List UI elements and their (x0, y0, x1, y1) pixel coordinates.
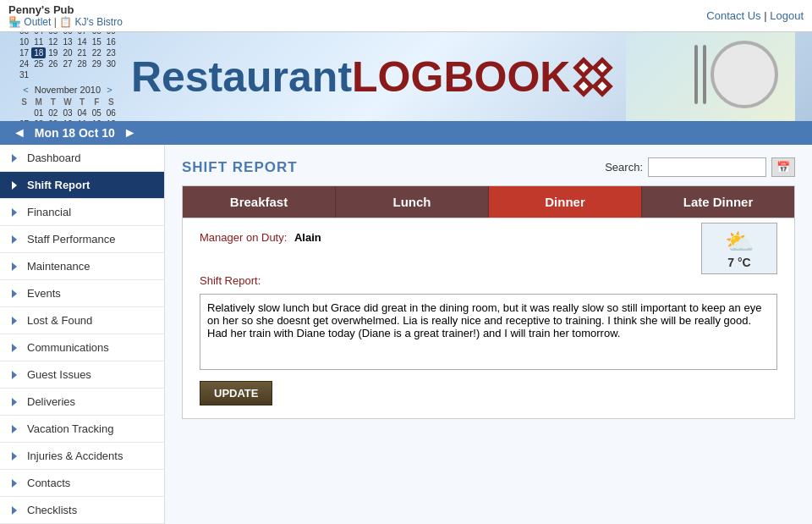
sidebar-label-maintenance: Maintenance (27, 260, 90, 273)
october-table: S M T W T F S 0102 03040506070809 101112… (17, 32, 118, 80)
date-next-btn[interactable]: ► (123, 125, 137, 141)
sidebar-arrow-injuries (12, 452, 20, 461)
weather-widget: ⛅ 7 °C (701, 223, 777, 274)
search-input[interactable] (648, 157, 766, 177)
header: < October 2010 > S M T W T F S 0102 0304… (0, 32, 812, 121)
weather-icon: ⛅ (706, 228, 772, 256)
report-textarea[interactable]: Relatively slow lunch but Grace did grea… (200, 294, 777, 370)
report-body: ⛅ 7 °C Manager on Duty: Alain Shift Repo… (183, 218, 794, 418)
logo-restaurant: Restaurant (131, 52, 352, 102)
tab-dinner[interactable]: Dinner (489, 186, 642, 218)
calendar-area: < October 2010 > S M T W T F S 0102 0304… (17, 32, 118, 121)
search-area: Search: 📅 (605, 157, 795, 177)
diamond-2 (592, 57, 613, 78)
tab-late-dinner-label: Late Dinner (683, 195, 754, 209)
top-bar-left: Penny's Pub 🏪 Outlet | 📋 KJ's Bistro (8, 3, 123, 28)
sidebar-arrow-maintenance (12, 262, 20, 271)
calendar-icon: 📅 (776, 161, 790, 174)
sidebar-item-contacts[interactable]: Contacts (0, 470, 164, 497)
report-title: SHIFT REPORT (182, 159, 298, 176)
october-calendar: < October 2010 > S M T W T F S 0102 0304… (17, 32, 118, 80)
sidebar-item-maintenance[interactable]: Maintenance (0, 253, 164, 280)
logout-link[interactable]: Logout (770, 9, 804, 22)
sidebar-arrow-vacation (12, 425, 20, 433)
tab-late-dinner[interactable]: Late Dinner (642, 186, 794, 218)
manager-name: Alain (294, 231, 321, 244)
site-name: Penny's Pub (8, 3, 123, 16)
sidebar-arrow-checklists (12, 506, 20, 515)
contact-us-link[interactable]: Contact Us (706, 9, 760, 22)
kj-icon: 📋 (59, 16, 72, 28)
tab-lunch[interactable]: Lunch (336, 186, 489, 218)
sidebar-arrow-dashboard (12, 154, 20, 163)
tab-breakfast[interactable]: Breakfast (183, 186, 336, 218)
report-header: SHIFT REPORT Search: 📅 (182, 157, 795, 177)
update-button[interactable]: UPDATE (200, 381, 272, 405)
sidebar-label-checklists: Checklists (27, 504, 77, 516)
november-calendar: < November 2010 > SMTWTFS 010203040506 0… (17, 85, 118, 122)
manager-label: Manager on Duty: (200, 231, 287, 244)
sidebar-item-lost-found[interactable]: Lost & Found (0, 307, 164, 334)
sidebar-item-checklists[interactable]: Checklists (0, 497, 164, 524)
logo-area: Restaurant LOGBOOK (131, 52, 626, 102)
shift-report-label: Shift Report: (200, 274, 777, 287)
content-area: SHIFT REPORT Search: 📅 Breakfast Lunch (165, 145, 812, 524)
kj-link[interactable]: KJ's Bistro (75, 16, 123, 28)
top-bar: Penny's Pub 🏪 Outlet | 📋 KJ's Bistro Con… (0, 0, 812, 32)
sidebar-label-deliveries: Deliveries (27, 395, 75, 408)
tab-dinner-label: Dinner (545, 195, 585, 209)
sidebar-label-dashboard: Dashboard (27, 152, 81, 164)
tab-lunch-label: Lunch (393, 195, 431, 209)
sidebar-item-guest-issues[interactable]: Guest Issues (0, 361, 164, 389)
sidebar-item-communications[interactable]: Communications (0, 334, 164, 361)
sidebar-item-injuries[interactable]: Injuries & Accidents (0, 443, 164, 470)
outlet-icon: 🏪 (8, 16, 21, 28)
sidebar-label-staff: Staff Performance (27, 233, 116, 245)
sidebar-item-shift-report[interactable]: Shift Report (0, 172, 164, 199)
sidebar-label-injuries: Injuries & Accidents (27, 450, 123, 462)
sidebar-label-comms: Communications (27, 341, 109, 354)
sidebar-label-events: Events (27, 287, 61, 300)
outlet-link[interactable]: Outlet (24, 16, 51, 28)
date-nav-bar: ◄ Mon 18 Oct 10 ► (0, 121, 812, 145)
tab-breakfast-label: Breakfast (230, 195, 288, 209)
november-table: SMTWTFS 010203040506 07080910111213 1415… (17, 97, 118, 122)
manager-on-duty: Manager on Duty: Alain (200, 231, 777, 244)
sidebar-label-shift-report: Shift Report (27, 179, 90, 191)
date-prev-btn[interactable]: ◄ (13, 125, 26, 141)
sidebar-item-vacation[interactable]: Vacation Tracking (0, 416, 164, 443)
sidebar-arrow-events (12, 290, 20, 298)
top-bar-right: Contact Us | Logout (706, 9, 804, 22)
calendar-icon-btn[interactable]: 📅 (771, 157, 795, 177)
report-card: Breakfast Lunch Dinner Late Dinner ⛅ 7 °… (182, 185, 795, 419)
fork-decoration (694, 45, 698, 104)
sidebar-item-staff-performance[interactable]: Staff Performance (0, 226, 164, 253)
meal-tabs: Breakfast Lunch Dinner Late Dinner (183, 186, 794, 218)
sidebar-arrow-staff (12, 235, 20, 244)
sidebar-arrow-shift-report (12, 181, 20, 190)
weather-temperature: 7 °C (706, 256, 772, 269)
knife-decoration (703, 45, 706, 104)
sidebar-label-contacts: Contacts (27, 477, 70, 489)
outlet-links: 🏪 Outlet | 📋 KJ's Bistro (8, 16, 123, 28)
sidebar-label-lost-found: Lost & Found (27, 314, 92, 327)
plate-decoration (710, 41, 778, 108)
sidebar-arrow-guest (12, 371, 20, 379)
sidebar-item-financial[interactable]: Financial (0, 199, 164, 226)
sidebar-label-vacation: Vacation Tracking (27, 422, 113, 435)
nov-prev-btn[interactable]: < (23, 85, 28, 95)
sidebar-item-events[interactable]: Events (0, 280, 164, 307)
current-date: Mon 18 Oct 10 (35, 126, 115, 140)
diamond-4 (592, 75, 613, 97)
nov-next-btn[interactable]: > (107, 85, 112, 95)
logo-diamonds (574, 58, 612, 96)
sidebar-item-deliveries[interactable]: Deliveries (0, 389, 164, 416)
sidebar-arrow-comms (12, 344, 20, 352)
search-label: Search: (605, 161, 643, 174)
sidebar-arrow-contacts (12, 479, 20, 488)
sidebar-label-financial: Financial (27, 206, 71, 218)
sidebar-item-dashboard[interactable]: Dashboard (0, 145, 164, 172)
sidebar: Dashboard Shift Report Financial Staff P… (0, 145, 165, 524)
november-label: November 2010 (35, 85, 101, 95)
main-layout: Dashboard Shift Report Financial Staff P… (0, 145, 812, 524)
